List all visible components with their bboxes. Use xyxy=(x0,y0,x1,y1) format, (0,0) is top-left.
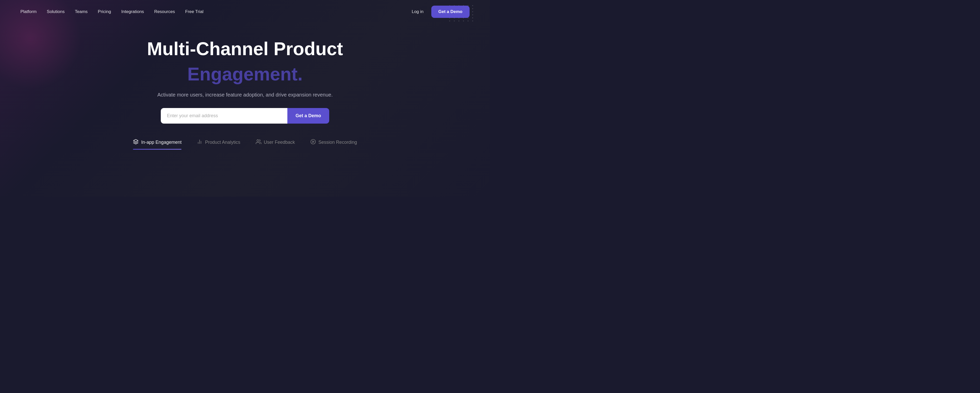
svg-point-5 xyxy=(310,139,315,144)
nav-item-integrations[interactable]: Integrations xyxy=(121,9,144,14)
bar-chart-icon xyxy=(197,139,202,146)
tab-recording-underline xyxy=(310,149,357,150)
login-link[interactable]: Log in xyxy=(412,9,423,14)
hero-section: Multi-Channel Product Engagement. Activa… xyxy=(0,24,490,162)
tab-session-recording[interactable]: Session Recording xyxy=(310,139,357,150)
tab-analytics-label: Product Analytics xyxy=(205,140,240,145)
nav-item-teams[interactable]: Teams xyxy=(75,9,88,14)
tab-recording-label: Session Recording xyxy=(318,140,357,145)
hero-title-line2: Engagement. xyxy=(187,64,303,84)
tab-inapp-underline xyxy=(133,149,181,150)
tab-user-feedback[interactable]: User Feedback xyxy=(256,139,295,150)
layers-icon xyxy=(133,139,138,146)
svg-marker-6 xyxy=(313,141,314,143)
hero-cta-button[interactable]: Get a Demo xyxy=(287,108,329,124)
nav-right: Log in Get a Demo xyxy=(412,6,469,18)
nav-item-solutions[interactable]: Solutions xyxy=(47,9,65,14)
hero-description: Activate more users, increase feature ad… xyxy=(157,92,332,98)
navbar: Platform Solutions Teams Pricing Integra… xyxy=(0,0,490,24)
tab-analytics-underline xyxy=(197,149,240,150)
tab-feedback-underline xyxy=(256,149,295,150)
nav-links: Platform Solutions Teams Pricing Integra… xyxy=(21,9,204,14)
play-circle-icon xyxy=(310,139,316,146)
feature-tabs: In-app Engagement Product Analytics xyxy=(128,139,362,152)
nav-get-demo-button[interactable]: Get a Demo xyxy=(431,6,469,18)
tab-feedback-label: User Feedback xyxy=(264,140,295,145)
nav-item-platform[interactable]: Platform xyxy=(21,9,37,14)
users-icon xyxy=(256,139,261,146)
hero-form: Get a Demo xyxy=(161,108,329,124)
nav-item-resources[interactable]: Resources xyxy=(154,9,175,14)
tab-inapp-label: In-app Engagement xyxy=(141,140,181,145)
tab-inapp-engagement[interactable]: In-app Engagement xyxy=(133,139,181,150)
hero-title-line1: Multi-Channel Product xyxy=(147,39,343,59)
svg-marker-0 xyxy=(134,139,138,142)
svg-point-4 xyxy=(257,140,259,141)
nav-item-free-trial[interactable]: Free Trial xyxy=(185,9,204,14)
tab-product-analytics[interactable]: Product Analytics xyxy=(197,139,240,150)
page-wrapper: Platform Solutions Teams Pricing Integra… xyxy=(0,0,490,196)
nav-item-pricing[interactable]: Pricing xyxy=(98,9,111,14)
email-input[interactable] xyxy=(161,108,287,124)
